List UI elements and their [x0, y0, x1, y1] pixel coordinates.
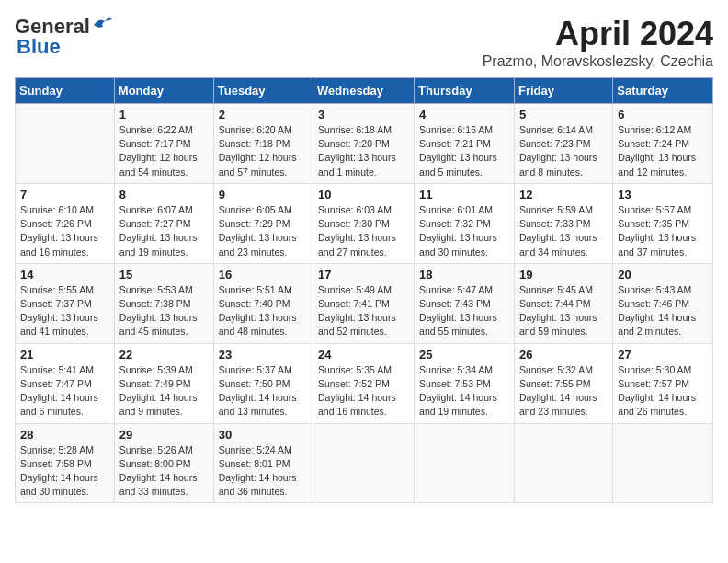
calendar-cell: 24Sunrise: 5:35 AM Sunset: 7:52 PM Dayli… — [313, 343, 415, 423]
day-info: Sunrise: 5:26 AM Sunset: 8:00 PM Dayligh… — [119, 443, 209, 500]
calendar-cell: 17Sunrise: 5:49 AM Sunset: 7:41 PM Dayli… — [313, 263, 415, 343]
calendar-cell: 16Sunrise: 5:51 AM Sunset: 7:40 PM Dayli… — [213, 263, 313, 343]
calendar-cell: 4Sunrise: 6:16 AM Sunset: 7:21 PM Daylig… — [415, 104, 515, 184]
calendar-cell — [16, 104, 115, 184]
day-info: Sunrise: 6:12 AM Sunset: 7:24 PM Dayligh… — [618, 123, 708, 179]
day-info: Sunrise: 5:30 AM Sunset: 7:57 PM Dayligh… — [618, 363, 708, 419]
calendar-cell: 9Sunrise: 6:05 AM Sunset: 7:29 PM Daylig… — [213, 183, 313, 263]
day-info: Sunrise: 5:47 AM Sunset: 7:43 PM Dayligh… — [419, 283, 509, 339]
day-info: Sunrise: 5:59 AM Sunset: 7:33 PM Dayligh… — [519, 203, 608, 259]
day-info: Sunrise: 5:43 AM Sunset: 7:46 PM Dayligh… — [618, 283, 708, 339]
day-number: 17 — [318, 268, 409, 282]
day-number: 13 — [618, 188, 708, 201]
day-number: 12 — [519, 188, 608, 201]
day-number: 26 — [519, 348, 608, 362]
calendar-cell: 29Sunrise: 5:26 AM Sunset: 8:00 PM Dayli… — [114, 423, 213, 503]
calendar-cell: 2Sunrise: 6:20 AM Sunset: 7:18 PM Daylig… — [213, 104, 313, 184]
calendar-cell: 21Sunrise: 5:41 AM Sunset: 7:47 PM Dayli… — [16, 343, 115, 423]
calendar-cell: 1Sunrise: 6:22 AM Sunset: 7:17 PM Daylig… — [114, 104, 213, 184]
calendar-cell — [514, 423, 612, 503]
day-info: Sunrise: 6:18 AM Sunset: 7:20 PM Dayligh… — [318, 123, 409, 179]
calendar-table: SundayMondayTuesdayWednesdayThursdayFrid… — [15, 77, 713, 503]
logo: General Blue — [15, 15, 112, 59]
column-header-tuesday: Tuesday — [213, 78, 313, 104]
day-number: 19 — [519, 268, 608, 282]
day-info: Sunrise: 5:51 AM Sunset: 7:40 PM Dayligh… — [219, 283, 308, 339]
page-header: General Blue April 2024 Prazmo, Moravsko… — [15, 15, 713, 70]
day-info: Sunrise: 5:37 AM Sunset: 7:50 PM Dayligh… — [219, 363, 308, 419]
calendar-cell: 27Sunrise: 5:30 AM Sunset: 7:57 PM Dayli… — [613, 343, 713, 423]
day-info: Sunrise: 6:01 AM Sunset: 7:32 PM Dayligh… — [419, 203, 509, 259]
column-header-thursday: Thursday — [415, 78, 515, 104]
day-info: Sunrise: 5:39 AM Sunset: 7:49 PM Dayligh… — [119, 363, 209, 419]
day-number: 30 — [219, 428, 308, 442]
day-number: 7 — [20, 188, 109, 201]
calendar-cell: 19Sunrise: 5:45 AM Sunset: 7:44 PM Dayli… — [514, 263, 612, 343]
day-info: Sunrise: 6:22 AM Sunset: 7:17 PM Dayligh… — [119, 123, 209, 179]
calendar-cell: 11Sunrise: 6:01 AM Sunset: 7:32 PM Dayli… — [415, 183, 515, 263]
day-number: 25 — [419, 348, 509, 362]
day-info: Sunrise: 5:35 AM Sunset: 7:52 PM Dayligh… — [318, 363, 409, 419]
day-info: Sunrise: 5:34 AM Sunset: 7:53 PM Dayligh… — [419, 363, 509, 419]
calendar-cell: 5Sunrise: 6:14 AM Sunset: 7:23 PM Daylig… — [514, 104, 612, 184]
day-info: Sunrise: 6:05 AM Sunset: 7:29 PM Dayligh… — [219, 203, 308, 259]
calendar-cell: 15Sunrise: 5:53 AM Sunset: 7:38 PM Dayli… — [114, 263, 213, 343]
day-info: Sunrise: 6:10 AM Sunset: 7:26 PM Dayligh… — [20, 203, 109, 259]
day-info: Sunrise: 5:45 AM Sunset: 7:44 PM Dayligh… — [519, 283, 608, 339]
day-number: 27 — [618, 348, 708, 362]
day-number: 18 — [419, 268, 509, 282]
day-info: Sunrise: 5:49 AM Sunset: 7:41 PM Dayligh… — [318, 283, 409, 339]
day-number: 10 — [318, 188, 409, 201]
column-header-sunday: Sunday — [16, 78, 115, 104]
month-title: April 2024 — [483, 15, 713, 53]
calendar-cell: 6Sunrise: 6:12 AM Sunset: 7:24 PM Daylig… — [613, 104, 713, 184]
calendar-cell: 3Sunrise: 6:18 AM Sunset: 7:20 PM Daylig… — [313, 104, 415, 184]
week-row-3: 14Sunrise: 5:55 AM Sunset: 7:37 PM Dayli… — [16, 263, 713, 343]
calendar-cell: 22Sunrise: 5:39 AM Sunset: 7:49 PM Dayli… — [114, 343, 213, 423]
day-number: 20 — [618, 268, 708, 282]
day-number: 14 — [20, 268, 109, 282]
calendar-cell: 30Sunrise: 5:24 AM Sunset: 8:01 PM Dayli… — [213, 423, 313, 503]
day-number: 28 — [20, 428, 109, 442]
day-info: Sunrise: 6:03 AM Sunset: 7:30 PM Dayligh… — [318, 203, 409, 259]
column-header-monday: Monday — [114, 78, 213, 104]
day-number: 16 — [219, 268, 308, 282]
week-row-5: 28Sunrise: 5:28 AM Sunset: 7:58 PM Dayli… — [16, 423, 713, 503]
calendar-cell — [313, 423, 415, 503]
day-number: 23 — [219, 348, 308, 362]
column-header-saturday: Saturday — [613, 78, 713, 104]
day-number: 22 — [119, 348, 209, 362]
column-header-wednesday: Wednesday — [313, 78, 415, 104]
day-number: 29 — [119, 428, 209, 442]
calendar-cell: 23Sunrise: 5:37 AM Sunset: 7:50 PM Dayli… — [213, 343, 313, 423]
day-number: 8 — [119, 188, 209, 201]
column-headers: SundayMondayTuesdayWednesdayThursdayFrid… — [16, 78, 713, 104]
day-info: Sunrise: 6:07 AM Sunset: 7:27 PM Dayligh… — [119, 203, 209, 259]
day-info: Sunrise: 5:28 AM Sunset: 7:58 PM Dayligh… — [20, 443, 109, 500]
day-number: 4 — [419, 108, 509, 121]
title-area: April 2024 Prazmo, Moravskoslezsky, Czec… — [483, 15, 713, 70]
calendar-cell: 7Sunrise: 6:10 AM Sunset: 7:26 PM Daylig… — [16, 183, 115, 263]
day-number: 6 — [618, 108, 708, 121]
calendar-cell: 25Sunrise: 5:34 AM Sunset: 7:53 PM Dayli… — [415, 343, 515, 423]
calendar-cell: 26Sunrise: 5:32 AM Sunset: 7:55 PM Dayli… — [514, 343, 612, 423]
day-info: Sunrise: 5:24 AM Sunset: 8:01 PM Dayligh… — [219, 443, 308, 500]
day-number: 11 — [419, 188, 509, 201]
day-number: 24 — [318, 348, 409, 362]
calendar-cell: 13Sunrise: 5:57 AM Sunset: 7:35 PM Dayli… — [613, 183, 713, 263]
calendar-cell: 14Sunrise: 5:55 AM Sunset: 7:37 PM Dayli… — [16, 263, 115, 343]
logo-blue-text: Blue — [17, 35, 61, 59]
calendar-cell: 28Sunrise: 5:28 AM Sunset: 7:58 PM Dayli… — [16, 423, 115, 503]
calendar-cell: 20Sunrise: 5:43 AM Sunset: 7:46 PM Dayli… — [613, 263, 713, 343]
day-info: Sunrise: 5:53 AM Sunset: 7:38 PM Dayligh… — [119, 283, 209, 339]
location: Prazmo, Moravskoslezsky, Czechia — [483, 53, 713, 70]
day-number: 3 — [318, 108, 409, 121]
day-number: 15 — [119, 268, 209, 282]
day-number: 9 — [219, 188, 308, 201]
week-row-1: 1Sunrise: 6:22 AM Sunset: 7:17 PM Daylig… — [16, 104, 713, 184]
day-info: Sunrise: 5:57 AM Sunset: 7:35 PM Dayligh… — [618, 203, 708, 259]
day-info: Sunrise: 5:41 AM Sunset: 7:47 PM Dayligh… — [20, 363, 109, 419]
day-info: Sunrise: 5:55 AM Sunset: 7:37 PM Dayligh… — [20, 283, 109, 339]
logo-bird-icon — [92, 16, 112, 34]
week-row-2: 7Sunrise: 6:10 AM Sunset: 7:26 PM Daylig… — [16, 183, 713, 263]
